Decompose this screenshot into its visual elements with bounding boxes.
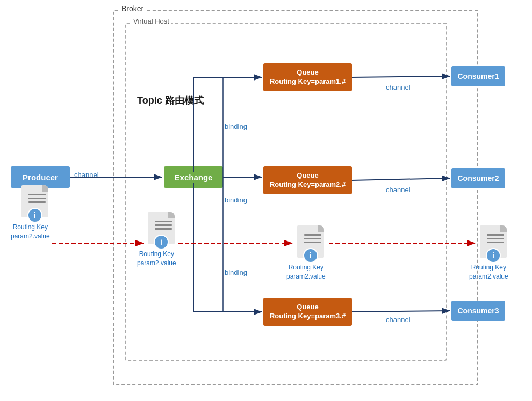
producer-box: Producer [11,166,70,188]
binding-bot-label: binding [225,268,247,276]
channel-consumer3-label: channel [386,316,411,324]
channel-consumer1-label: channel [386,83,411,91]
consumer2-box: Consumer2 [451,168,505,188]
doc-consumer2-label: Routing Keyparam2.value [469,263,508,281]
vhost-label: Virtual Host [131,17,171,25]
channel-consumer2-label: channel [386,186,411,194]
binding-mid-label: binding [225,196,247,204]
exchange-box: Exchange [164,166,223,188]
doc-producer-icon: i [19,185,51,223]
queue3-box: QueueRouting Key=param3.# [263,298,352,326]
binding-top-label: binding [225,122,247,130]
queue1-box: QueueRouting Key=param1.# [263,63,352,91]
doc-consumer2-icon: i [477,225,509,263]
doc-queue2-icon: i [294,225,327,263]
consumer1-box: Consumer1 [451,66,505,86]
broker-label: Broker [119,4,146,13]
doc-exchange-icon: i [145,212,177,250]
diagram-container: Broker Virtual Host Topic 路由模式 Producer … [0,0,532,401]
channel-producer-label: channel [74,171,99,179]
consumer3-box: Consumer3 [451,301,505,321]
diagram-title: Topic 路由模式 [137,94,204,107]
doc-queue2-label: Routing Keyparam2.value [286,263,326,281]
doc-producer-label: Routing Keyparam2.value [11,223,50,241]
doc-exchange-label: Routing Keyparam2.value [137,250,176,268]
queue2-box: QueueRouting Key=param2.# [263,166,352,194]
